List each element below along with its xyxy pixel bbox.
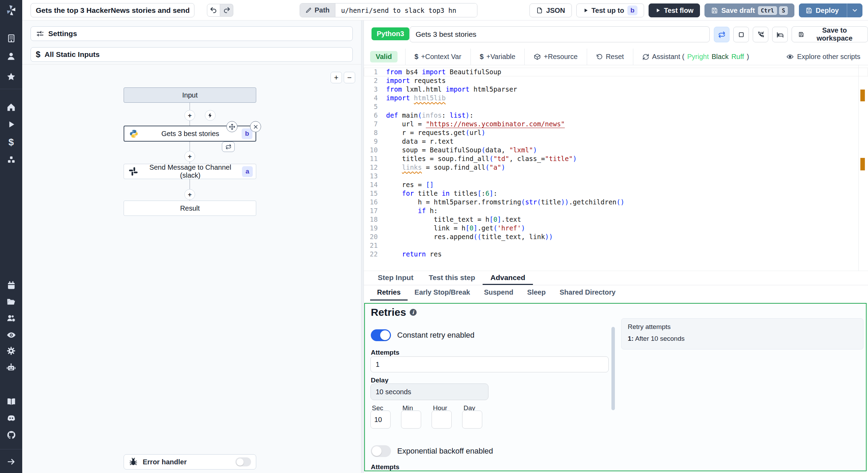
hour-input[interactable]: [432, 411, 452, 429]
add-variable-button[interactable]: $+Variable: [470, 49, 525, 65]
suspend-button[interactable]: [753, 27, 768, 42]
sidebar-item-user[interactable]: [0, 49, 22, 64]
code-line[interactable]: 6def main(infos: list):: [364, 111, 868, 120]
add-step-button[interactable]: +: [184, 110, 195, 121]
assistant-button[interactable]: Assistant (PyrightBlackRuff): [633, 49, 758, 65]
code-line[interactable]: 3from lxml.html import html5parser: [364, 85, 868, 94]
sidebar-expand-button[interactable]: [0, 454, 22, 469]
error-handler[interactable]: Error handler: [124, 454, 256, 470]
tab-advanced[interactable]: Advanced: [483, 271, 533, 285]
code-line[interactable]: 8 r = requests.get(url): [364, 128, 868, 137]
flow-node-step-a[interactable]: Send Message to Channel (slack) a: [124, 164, 256, 179]
explore-scripts-button[interactable]: Explore other scripts: [786, 53, 868, 61]
subtab-sleep[interactable]: Sleep: [520, 285, 552, 301]
sidebar-item-ai-assistant[interactable]: [0, 360, 22, 375]
code-line[interactable]: 13: [364, 172, 868, 180]
code-line[interactable]: 1from bs4 import BeautifulSoup: [364, 68, 868, 76]
delete-node-button[interactable]: [250, 121, 261, 132]
constant-retry-toggle[interactable]: [371, 329, 391, 341]
sidebar-item-audit-logs[interactable]: [0, 327, 22, 343]
subtab-suspend[interactable]: Suspend: [477, 285, 520, 301]
add-context-var-button[interactable]: $+Context Var: [405, 49, 470, 65]
flow-settings-button[interactable]: Settings: [31, 26, 353, 41]
windmill-logo[interactable]: [0, 3, 22, 18]
info-icon[interactable]: i: [410, 309, 417, 316]
code-line[interactable]: 20 res.append((title_text, link)): [364, 233, 868, 241]
code-line[interactable]: 19 link = h[0].get('href'): [364, 224, 868, 233]
code-editor[interactable]: 1from bs4 import BeautifulSoup2import re…: [364, 65, 868, 271]
flow-title-input[interactable]: [31, 3, 194, 17]
code-line[interactable]: 10 soup = BeautifulSoup(data, "lxml"): [364, 146, 868, 154]
loop-step-button[interactable]: [222, 142, 235, 152]
sidebar-item-favorites[interactable]: [0, 69, 22, 84]
add-resource-button[interactable]: +Resource: [524, 49, 586, 65]
add-step-button[interactable]: +: [184, 151, 195, 162]
code-line[interactable]: 17 if h:: [364, 206, 868, 215]
early-stop-button[interactable]: [733, 27, 749, 42]
code-line[interactable]: 21: [364, 241, 868, 250]
sidebar-item-schedules[interactable]: [0, 278, 22, 293]
sidebar-item-variables[interactable]: $: [0, 135, 22, 150]
step-title-input[interactable]: [410, 26, 710, 42]
deploy-button[interactable]: Deploy: [799, 3, 862, 17]
move-node-button[interactable]: [226, 121, 237, 132]
tab-step-input[interactable]: Step Input: [370, 271, 421, 285]
code-line[interactable]: 7 url = "https://news.ycombinator.com/ne…: [364, 120, 868, 128]
path-edit-button[interactable]: Path: [300, 3, 335, 17]
code-line[interactable]: 15 for title in titles[:6]:: [364, 189, 868, 198]
delay-input[interactable]: [370, 383, 489, 400]
flow-node-result[interactable]: Result: [124, 201, 256, 216]
json-button[interactable]: JSON: [529, 3, 571, 17]
subtab-shared-directory[interactable]: Shared Directory: [553, 285, 623, 301]
undo-button[interactable]: [207, 4, 220, 17]
min-input[interactable]: [401, 411, 421, 429]
add-step-button[interactable]: +: [184, 189, 195, 200]
sidebar-item-resources[interactable]: [0, 152, 22, 168]
save-draft-button[interactable]: Save draft CtrlS: [704, 3, 794, 17]
sidebar-item-home[interactable]: [0, 100, 22, 115]
zoom-in-button[interactable]: +: [331, 72, 342, 83]
sec-input[interactable]: [370, 411, 391, 429]
save-to-workspace-button[interactable]: Save to workspace: [792, 26, 868, 42]
subtab-retries[interactable]: Retries: [370, 285, 408, 301]
attempts-input[interactable]: [370, 356, 609, 372]
sidebar-item-docs[interactable]: [0, 394, 22, 409]
code-line[interactable]: 2import requests: [364, 76, 868, 85]
retries-shortcut-button[interactable]: [714, 27, 729, 42]
code-line[interactable]: 14 res = []: [364, 180, 868, 189]
code-line[interactable]: 4import html5lib: [364, 94, 868, 102]
test-flow-button[interactable]: Test flow: [649, 3, 700, 17]
code-line[interactable]: 18 title_text = h[0].text: [364, 215, 868, 224]
flow-node-input[interactable]: Input: [124, 87, 256, 103]
retries-scrollbar[interactable]: [611, 327, 615, 410]
code-line[interactable]: 11 titles = soup.find_all("td", class_="…: [364, 154, 868, 163]
code-line[interactable]: 22 return res: [364, 250, 868, 259]
path-input[interactable]: [335, 3, 477, 17]
sidebar-item-github[interactable]: [0, 427, 22, 442]
sleep-button[interactable]: [772, 27, 788, 42]
test-up-to-button[interactable]: Test up to b: [576, 3, 644, 17]
code-line[interactable]: 12 links = soup.find_all("a"): [364, 163, 868, 172]
sidebar-item-settings[interactable]: [0, 343, 22, 358]
editor-overview-ruler: [858, 65, 859, 271]
redo-button[interactable]: [220, 4, 233, 17]
reset-button[interactable]: Reset: [587, 49, 633, 65]
trigger-button[interactable]: [205, 110, 216, 121]
error-handler-toggle[interactable]: [235, 457, 251, 466]
exponential-backoff-toggle[interactable]: [371, 445, 391, 457]
flow-static-inputs-button[interactable]: $ All Static Inputs: [31, 47, 353, 62]
sidebar-item-runs[interactable]: [0, 117, 22, 132]
day-input[interactable]: [462, 411, 482, 429]
zoom-out-button[interactable]: −: [344, 72, 355, 83]
sidebar-item-groups[interactable]: [0, 311, 22, 326]
code-line[interactable]: 9 data = r.text: [364, 137, 868, 146]
sidebar-item-discord[interactable]: [0, 411, 22, 426]
tab-test-this-step[interactable]: Test this step: [421, 271, 483, 285]
subtab-early-stop[interactable]: Early Stop/Break: [408, 285, 477, 301]
deploy-dropdown-button[interactable]: [847, 3, 862, 17]
panel-resize-handle[interactable]: [361, 20, 364, 473]
sidebar-item-folders[interactable]: [0, 294, 22, 309]
sidebar-item-workspace[interactable]: [0, 31, 22, 46]
code-line[interactable]: 5: [364, 102, 868, 111]
code-line[interactable]: 16 h = html5parser.fromstring(str(title)…: [364, 198, 868, 206]
